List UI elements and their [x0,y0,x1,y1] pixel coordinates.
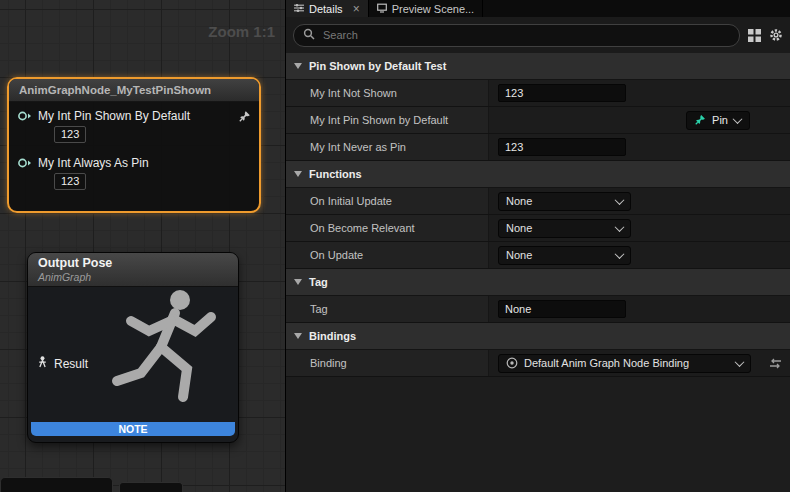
tab-label: Preview Scene... [392,3,475,15]
chevron-down-icon [615,195,625,205]
details-toolbar [286,17,790,53]
close-icon[interactable]: × [353,3,360,15]
partial-node[interactable] [119,482,183,492]
tag-input[interactable] [498,300,626,318]
my-int-never-as-pin-input[interactable] [498,138,626,156]
pin-label: My Int Always As Pin [38,156,149,170]
property-label: My Int Never as Pin [286,134,489,160]
pin-icon [695,114,706,127]
my-int-not-shown-input[interactable] [498,84,626,102]
unreal-editor-window: Zoom 1:1 AnimGraphNode_MyTestPinShown My… [0,0,790,492]
on-update-dropdown[interactable]: None [498,246,631,265]
anim-graph-node-mytestpinshown[interactable]: AnimGraphNode_MyTestPinShown My Int Pin … [7,77,261,213]
pin-row: My Int Always As Pin [9,143,259,170]
details-panel: Details × Preview Scene... [286,0,790,492]
search-box[interactable] [293,24,740,47]
property-label: On Initial Update [286,188,489,214]
property-row: Binding Default Anim Graph Node Binding [286,350,790,377]
pin-label: My Int Pin Shown By Default [38,109,190,123]
mannequin-figure [102,287,234,421]
dropdown-value: None [506,195,532,207]
property-label: On Become Relevant [286,215,489,241]
zoom-level-label: Zoom 1:1 [208,23,275,40]
dropdown-value: None [506,222,532,234]
section-title: Bindings [309,330,356,342]
property-label: Tag [286,296,489,322]
on-initial-update-dropdown[interactable]: None [498,192,631,211]
int-pin-icon[interactable] [17,110,32,122]
pin-dropdown-label: Pin [712,114,728,126]
preview-scene-tab-icon [377,3,387,15]
tab-bar: Details × Preview Scene... [286,0,790,17]
result-pin-label: Result [54,357,88,371]
result-pin[interactable]: Result [37,356,88,371]
pin-visibility-dropdown[interactable]: Pin [686,111,750,130]
property-label: My Int Pin Shown by Default [286,107,489,133]
details-tab-icon [294,3,304,15]
property-label: Binding [286,350,489,376]
chevron-down-icon [615,249,625,259]
int-pin-icon[interactable] [17,157,32,169]
section-header-functions[interactable]: Functions [286,161,790,188]
node-title[interactable]: AnimGraphNode_MyTestPinShown [9,79,259,102]
property-label: On Update [286,242,489,268]
node-subtitle: AnimGraph [38,271,228,283]
node-title: Output Pose [38,256,228,271]
binding-icon [506,357,518,369]
pin-value-box[interactable]: 123 [54,126,86,143]
note-bar[interactable]: NOTE [31,422,235,436]
property-row: My Int Not Shown [286,80,790,107]
search-icon [303,26,315,44]
section-header-pin-shown-by-default-test[interactable]: Pin Shown by Default Test [286,53,790,80]
property-row: My Int Never as Pin [286,134,790,161]
chevron-down-icon [615,222,625,232]
tab-label: Details [309,3,343,15]
property-matrix-icon[interactable] [748,29,761,42]
chevron-down-icon [294,171,302,177]
tab-bar-spacer [483,0,790,17]
pose-pin-icon [37,356,48,371]
on-become-relevant-dropdown[interactable]: None [498,219,631,238]
property-row: Tag [286,296,790,323]
tab-preview-scene[interactable]: Preview Scene... [369,0,484,17]
dropdown-value: None [506,249,532,261]
partial-node[interactable] [0,477,113,492]
anim-graph-canvas[interactable]: Zoom 1:1 AnimGraphNode_MyTestPinShown My… [0,0,286,492]
section-title: Pin Shown by Default Test [309,60,446,72]
reset-to-default-icon[interactable] [769,358,782,369]
chevron-down-icon [294,63,302,69]
section-header-tag[interactable]: Tag [286,269,790,296]
node-body: Result NOTE [28,287,238,439]
chevron-down-icon [735,357,745,367]
binding-dropdown[interactable]: Default Anim Graph Node Binding [498,354,751,373]
chevron-down-icon [733,114,743,124]
property-list: Pin Shown by Default Test My Int Not Sho… [286,53,790,492]
property-label: My Int Not Shown [286,80,489,106]
pin-row: My Int Pin Shown By Default [9,102,259,123]
pin-value-box[interactable]: 123 [54,173,86,190]
settings-gear-icon[interactable] [769,28,783,42]
property-row: On Update None [286,242,790,269]
section-header-bindings[interactable]: Bindings [286,323,790,350]
property-row: On Become Relevant None [286,215,790,242]
section-title: Functions [309,168,362,180]
search-input[interactable] [321,28,730,42]
tab-details[interactable]: Details × [286,0,369,17]
dropdown-value: Default Anim Graph Node Binding [524,357,689,369]
pushpin-icon[interactable] [239,110,251,122]
property-row: On Initial Update None [286,188,790,215]
section-title: Tag [309,276,328,288]
chevron-down-icon [294,279,302,285]
output-pose-node[interactable]: Output Pose AnimGraph [27,252,239,443]
chevron-down-icon [294,333,302,339]
node-header[interactable]: Output Pose AnimGraph [28,253,238,287]
property-row: My Int Pin Shown by Default Pin [286,107,790,134]
